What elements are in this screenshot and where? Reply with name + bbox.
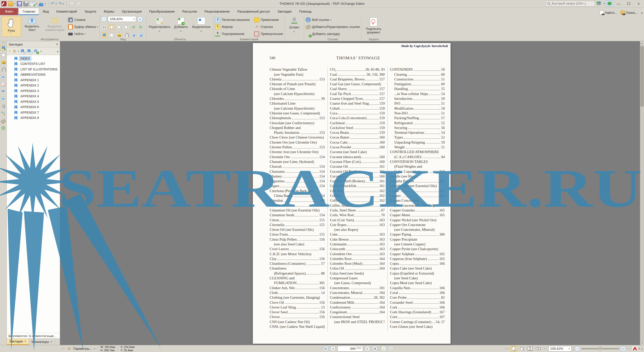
- arrow-tool-button[interactable]: ↗Стрелка: [254, 24, 283, 30]
- panel-close-icon[interactable]: ×: [56, 42, 58, 46]
- rotate-ccw-button[interactable]: ↺: [130, 24, 136, 30]
- close-tab-icon[interactable]: ×: [24, 340, 26, 343]
- menu-tab-forms[interactable]: Формы: [100, 8, 118, 15]
- bookmark-item[interactable]: APPENDIX 2: [7, 83, 60, 89]
- fit-width-button[interactable]: [116, 24, 122, 30]
- rectangle-tool-button[interactable]: Прямоугольник: [254, 31, 283, 37]
- adobe-dropdown-icon[interactable]: ▾: [639, 347, 640, 350]
- select-comments-button[interactable]: Выделить комментарии: [43, 16, 67, 37]
- bookmark-options-icon[interactable]: ⚙: [13, 49, 16, 54]
- statusbar-zoom-out-button[interactable]: −: [575, 346, 580, 351]
- save-icon[interactable]: [17, 1, 22, 6]
- zoom-slider-knob[interactable]: [598, 347, 602, 350]
- more-tools-icon[interactable]: »: [40, 50, 43, 52]
- email-icon[interactable]: [30, 1, 35, 6]
- zoom-in-button[interactable]: +: [137, 16, 143, 22]
- bookmark-item[interactable]: APPENDIX 8: [7, 115, 60, 121]
- thumbnails-pane-button[interactable]: [108, 32, 114, 38]
- highlight-button[interactable]: TМаркер: [215, 24, 250, 30]
- clipboard-dropdown-icon[interactable]: ▾: [97, 26, 98, 28]
- options-gear-icon[interactable]: ⚙: [67, 346, 71, 351]
- find-tool-button[interactable]: Найти▾: [68, 31, 98, 37]
- scrollbar-thumb[interactable]: [640, 46, 644, 107]
- expand-all-bookmarks-icon[interactable]: +: [21, 49, 25, 53]
- clipboard-button[interactable]: Буфер обмена▾: [68, 24, 98, 30]
- zoom-slider[interactable]: [581, 348, 619, 349]
- signatures-pane-tab[interactable]: [1, 81, 6, 87]
- bookmarks-pane-tab[interactable]: [1, 45, 6, 51]
- find-button[interactable]: Найти...: [600, 11, 617, 15]
- select-text-button[interactable]: T Выделить текст: [22, 16, 42, 37]
- zoom-out-button[interactable]: −: [101, 16, 107, 22]
- fields-pane-tab[interactable]: [1, 74, 6, 80]
- bookmark-item[interactable]: INDEX: [7, 56, 60, 61]
- typewriter-button[interactable]: TПечатная машинка: [215, 17, 250, 23]
- pane-options-button[interactable]: [138, 32, 144, 38]
- pdf-page[interactable]: Made by Capt.Kyrylo Yaroshchuk 340 THOMA…: [253, 43, 451, 344]
- rotate-cw-button[interactable]: ↻: [138, 24, 144, 30]
- actual-size-button[interactable]: 1:1: [101, 24, 107, 30]
- stamp-button[interactable]: Штамп ▾: [286, 16, 302, 37]
- scanner-icon[interactable]: [38, 1, 44, 6]
- bookmark-item[interactable]: LIST OF ILLUSTRATIONS: [7, 67, 60, 72]
- fullscreen-toggle-button[interactable]: [606, 1, 613, 7]
- thumbnails-pane-tab[interactable]: [1, 52, 6, 58]
- drag-handle[interactable]: [61, 348, 65, 349]
- bookmarks-pane-button[interactable]: [101, 32, 107, 38]
- minimize-button[interactable]: —: [614, 1, 623, 7]
- comments-pane-tab[interactable]: [1, 60, 6, 65]
- drag-handle[interactable]: [9, 50, 10, 53]
- menu-tab-bookmarks[interactable]: Закладки: [274, 8, 295, 15]
- bookmark-item[interactable]: APPENDIX 5: [7, 99, 60, 105]
- menu-tab-accessibility[interactable]: Расширенный доступ: [233, 8, 274, 15]
- close-tab-icon[interactable]: ×: [50, 340, 52, 344]
- selected-objects-button[interactable]: Выделенное ▾: [191, 16, 212, 37]
- content-pane-tab[interactable]: [1, 96, 6, 102]
- history-pane-tab[interactable]: [1, 125, 6, 131]
- fit-visible-button[interactable]: [123, 24, 129, 30]
- menu-tab-file[interactable]: Файл: [0, 8, 18, 15]
- note-button[interactable]: Примечание: [254, 17, 283, 23]
- hand-tool-button[interactable]: Рука: [2, 16, 21, 37]
- add-objects-button[interactable]: Добавить ▾: [172, 16, 190, 37]
- previous-page-button[interactable]: ◂: [330, 346, 336, 351]
- search-button[interactable]: Поиск...: [621, 11, 638, 15]
- vertical-scrollbar[interactable]: ▲ ▼: [640, 41, 644, 345]
- statusbar-zoom-field[interactable]: 109,42%▾: [548, 346, 572, 351]
- bookmark-item[interactable]: APPENDIX 6: [7, 105, 60, 110]
- bookmark-item[interactable]: APPENDIX 3: [7, 88, 60, 94]
- sign-document-button[interactable]: Подписать документ: [363, 16, 384, 37]
- zoom-level-field[interactable]: 109,42%▾: [108, 16, 136, 22]
- undo-dropdown-icon[interactable]: ▾: [56, 3, 57, 5]
- open-dropdown-icon[interactable]: ▾: [14, 3, 15, 5]
- web-links-button[interactable]: Веб-ссылки▾: [306, 17, 360, 23]
- two-page-view-button[interactable]: [527, 346, 534, 351]
- layers-pane-tab[interactable]: [1, 89, 6, 94]
- open-icon[interactable]: [8, 1, 13, 6]
- bookmark-options-dropdown-icon[interactable]: ▾: [18, 50, 19, 53]
- print-icon[interactable]: [23, 1, 28, 6]
- redo-dropdown-icon[interactable]: ▾: [63, 3, 64, 5]
- drag-handle[interactable]: [627, 348, 631, 349]
- underline-button[interactable]: TПодчеркивание: [215, 31, 250, 37]
- bookmark-item[interactable]: CONTENTS LIST: [7, 61, 60, 67]
- scroll-down-icon[interactable]: ▼: [640, 341, 644, 345]
- destinations-pane-tab[interactable]: [1, 103, 6, 109]
- menu-tab-help[interactable]: Помощь: [295, 8, 315, 15]
- scroll-up-icon[interactable]: ▲: [640, 41, 644, 45]
- close-button[interactable]: ×: [634, 1, 643, 7]
- tab-bookmarks[interactable]: Закладки×: [7, 339, 29, 345]
- ui-options-icon[interactable]: [596, 1, 602, 6]
- comments-pane-button[interactable]: [116, 32, 122, 38]
- last-page-button[interactable]: ▸: [372, 346, 378, 351]
- history-back-icon[interactable]: ←: [69, 1, 74, 6]
- quick-launch-search[interactable]: [546, 1, 595, 7]
- ui-options-dropdown-icon[interactable]: ▾: [603, 2, 605, 5]
- tab-thumbnails[interactable]: Миниатюры×: [29, 339, 55, 345]
- menu-tab-mailings[interactable]: Рассылки: [178, 8, 200, 15]
- scanner-dropdown-icon[interactable]: ▾: [45, 3, 46, 5]
- menu-tab-comment[interactable]: Комментарий: [53, 8, 81, 15]
- statusbar-zoom-in-button[interactable]: +: [621, 346, 626, 351]
- options-button[interactable]: Параметры...: [73, 347, 92, 350]
- collapse-panel-icon[interactable]: ▴: [57, 50, 58, 53]
